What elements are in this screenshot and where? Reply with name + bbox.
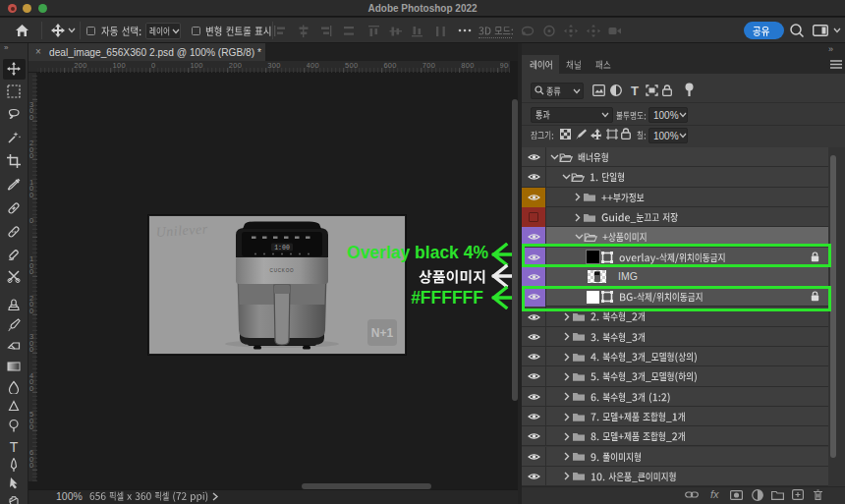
svg-text:N+1: N+1 xyxy=(371,326,394,340)
svg-text:T: T xyxy=(631,84,639,96)
svg-text:CUCKOO: CUCKOO xyxy=(270,268,295,273)
svg-text:T: T xyxy=(10,439,19,453)
